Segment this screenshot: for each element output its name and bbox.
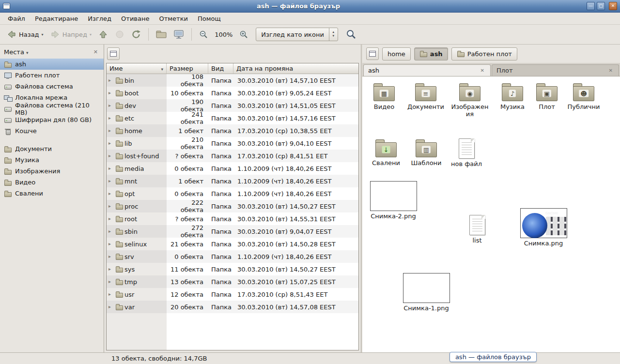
table-row[interactable]: home 1 обект Папка 17.03.2010 (ср) 10,38…: [107, 124, 358, 137]
zoom-out-button[interactable]: [196, 28, 211, 41]
back-dropdown-icon[interactable]: ▾: [42, 32, 44, 37]
sidebar-bookmark-item[interactable]: Документи: [0, 143, 104, 154]
path-button-desktop[interactable]: Работен плот: [451, 47, 517, 61]
icon-item-file[interactable]: нов файл: [450, 138, 482, 168]
icon-view[interactable]: Видео Документи Изображения: [362, 76, 620, 352]
table-row[interactable]: sbin 272 обекта Папка 30.03.2010 (вт) 9,…: [107, 225, 358, 238]
expander-icon[interactable]: [108, 141, 114, 146]
icon-item-folder[interactable]: Документи: [405, 82, 447, 111]
sidebar-place-item[interactable]: Файлова система: [0, 81, 104, 92]
pane-view-button[interactable]: [107, 47, 120, 60]
sidebar-bookmark-item[interactable]: Видео: [0, 177, 104, 188]
menu-go[interactable]: Отиване: [116, 14, 154, 24]
expander-icon[interactable]: [108, 229, 114, 234]
expander-icon[interactable]: [108, 191, 114, 196]
expander-icon[interactable]: [108, 91, 114, 95]
close-button[interactable]: [609, 2, 617, 10]
expander-icon[interactable]: [108, 116, 114, 121]
search-button[interactable]: [343, 27, 359, 42]
menu-edit[interactable]: Редактиране: [30, 14, 83, 24]
home-button[interactable]: [153, 28, 170, 41]
expander-icon[interactable]: [108, 242, 114, 246]
expander-icon[interactable]: [108, 292, 114, 297]
icon-item-file[interactable]: list: [463, 215, 491, 244]
expander-icon[interactable]: [108, 304, 114, 309]
reload-button[interactable]: [128, 27, 144, 42]
table-row[interactable]: root ? обекта Папка 30.03.2010 (вт) 14,5…: [107, 212, 358, 225]
icon-item-image[interactable]: GUADEC Снимка-2.png: [369, 181, 418, 220]
menu-view[interactable]: Изглед: [83, 14, 116, 24]
icon-item-folder[interactable]: Шаблони: [409, 138, 444, 167]
expander-icon[interactable]: [108, 279, 114, 284]
icon-item-folder[interactable]: Музика: [495, 82, 530, 111]
table-row[interactable]: dev 190 обекта Папка 30.03.2010 (вт) 14,…: [107, 99, 358, 112]
icon-item-folder[interactable]: Изображения: [450, 82, 489, 118]
icon-item-folder[interactable]: Свалени: [369, 138, 403, 167]
maximize-button[interactable]: [597, 2, 605, 10]
icon-item-folder[interactable]: Видео: [367, 82, 401, 111]
up-button[interactable]: [95, 27, 111, 42]
table-row[interactable]: lib 210 обекта Папка 30.03.2010 (вт) 9,0…: [107, 137, 358, 150]
menu-bookmarks[interactable]: Отметки: [154, 14, 192, 24]
sort-caret-icon[interactable]: [161, 65, 163, 72]
tab-close-icon[interactable]: [479, 67, 486, 74]
table-row[interactable]: proc 222 обекта Папка 30.03.2010 (вт) 14…: [107, 200, 358, 212]
sidebar-bookmark-item[interactable]: Свалени: [0, 188, 104, 199]
taskbar-window-button[interactable]: ash — файлов браузър: [450, 352, 537, 362]
expander-icon[interactable]: [108, 204, 114, 209]
table-row[interactable]: sys 11 обекта Папка 30.03.2010 (вт) 14,5…: [107, 263, 358, 275]
icon-item-folder[interactable]: Плот: [533, 82, 561, 111]
pathbar-pane-button[interactable]: [366, 47, 379, 60]
tab-ash[interactable]: ash: [363, 64, 491, 76]
table-row[interactable]: opt 0 обекта Папка 1.10.2009 (чт) 18,40,…: [107, 187, 358, 200]
table-row[interactable]: selinux 21 обекта Папка 30.03.2010 (вт) …: [107, 238, 358, 250]
sidebar-place-item[interactable]: ash: [0, 59, 104, 70]
column-header-name[interactable]: Име: [107, 63, 167, 74]
sidebar-place-item[interactable]: Работен плот: [0, 70, 104, 81]
sidebar-title[interactable]: Места: [4, 48, 24, 56]
back-button[interactable]: Назад ▾: [4, 27, 46, 42]
expander-icon[interactable]: [108, 103, 114, 108]
sidebar-bookmark-item[interactable]: Музика: [0, 154, 104, 166]
table-row[interactable]: tmp 13 обекта Папка 30.03.2010 (вт) 15,0…: [107, 275, 358, 288]
sidebar-place-item[interactable]: Шифриран дял (80 GB): [0, 114, 104, 125]
stop-button[interactable]: [112, 27, 127, 42]
menu-help[interactable]: Помощ: [193, 14, 226, 24]
icon-item-folder[interactable]: Публични: [565, 82, 603, 111]
expander-icon[interactable]: [108, 78, 114, 83]
expander-icon[interactable]: [108, 153, 114, 158]
icon-item-image[interactable]: Снимка-1.png: [401, 273, 451, 312]
tab-plot[interactable]: Плот: [492, 64, 619, 76]
path-button-home[interactable]: home: [382, 47, 411, 61]
view-selector-spinner-icon[interactable]: [329, 28, 338, 41]
expander-icon[interactable]: [108, 179, 114, 183]
zoom-in-button[interactable]: [236, 28, 251, 41]
table-row[interactable]: mnt 1 обект Папка 1.10.2009 (чт) 18,40,2…: [107, 175, 358, 187]
table-row[interactable]: lost+found ? обекта Папка 17.03.2010 (ср…: [107, 150, 358, 162]
tab-close-icon[interactable]: [607, 67, 614, 74]
menu-file[interactable]: Файл: [3, 14, 30, 24]
path-button-ash[interactable]: ash: [414, 47, 448, 61]
table-row[interactable]: media 0 обекта Папка 1.10.2009 (чт) 18,4…: [107, 162, 358, 175]
sidebar-close-icon[interactable]: [92, 48, 100, 56]
column-header-date[interactable]: Дата на промяна: [233, 63, 358, 74]
table-row[interactable]: usr 12 обекта Папка 17.03.2010 (ср) 8,51…: [107, 288, 358, 301]
table-row[interactable]: srv 0 обекта Папка 1.10.2009 (чт) 18,40,…: [107, 250, 358, 263]
table-row[interactable]: bin 108 обекта Папка 30.03.2010 (вт) 14,…: [107, 74, 358, 87]
expander-icon[interactable]: [108, 216, 114, 221]
forward-button[interactable]: Напред ▾: [47, 27, 95, 42]
expander-icon[interactable]: [108, 128, 114, 133]
table-row[interactable]: boot 10 обекта Папка 30.03.2010 (вт) 9,0…: [107, 87, 358, 99]
expander-icon[interactable]: [108, 267, 114, 272]
table-row[interactable]: etc 241 обекта Папка 30.03.2010 (вт) 14,…: [107, 112, 358, 124]
sidebar-dropdown-icon[interactable]: [26, 48, 29, 56]
sidebar-bookmark-item[interactable]: Изображения: [0, 166, 104, 177]
computer-button[interactable]: [170, 27, 187, 42]
sidebar-place-item[interactable]: Кошче: [0, 125, 104, 136]
expander-icon[interactable]: [108, 254, 114, 259]
expander-icon[interactable]: [108, 166, 114, 171]
minimize-button[interactable]: [587, 2, 595, 10]
view-selector[interactable]: Изглед като икони: [256, 28, 338, 41]
sidebar-place-item[interactable]: Файлова система (210 MB): [0, 103, 104, 114]
column-header-type[interactable]: Вид: [208, 63, 233, 74]
